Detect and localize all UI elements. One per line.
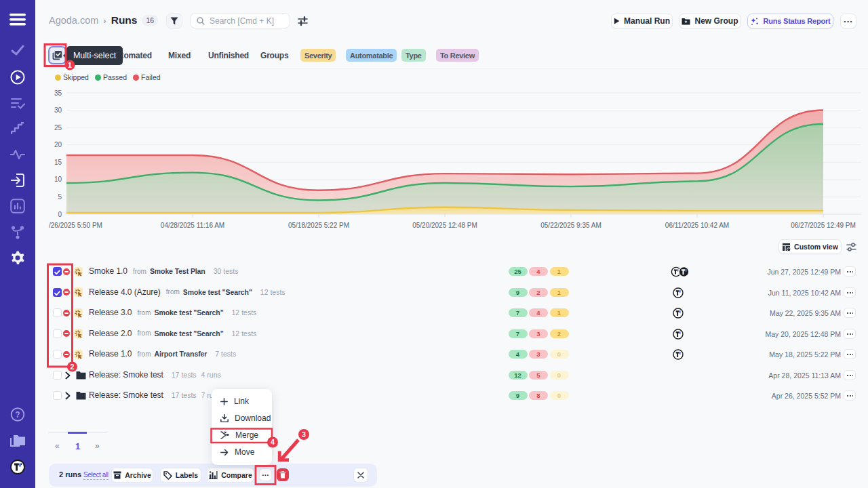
svg-text:1: 1: [68, 61, 72, 69]
svg-text:3: 3: [302, 430, 306, 439]
svg-text:2: 2: [71, 363, 75, 371]
svg-text:4: 4: [271, 438, 275, 446]
